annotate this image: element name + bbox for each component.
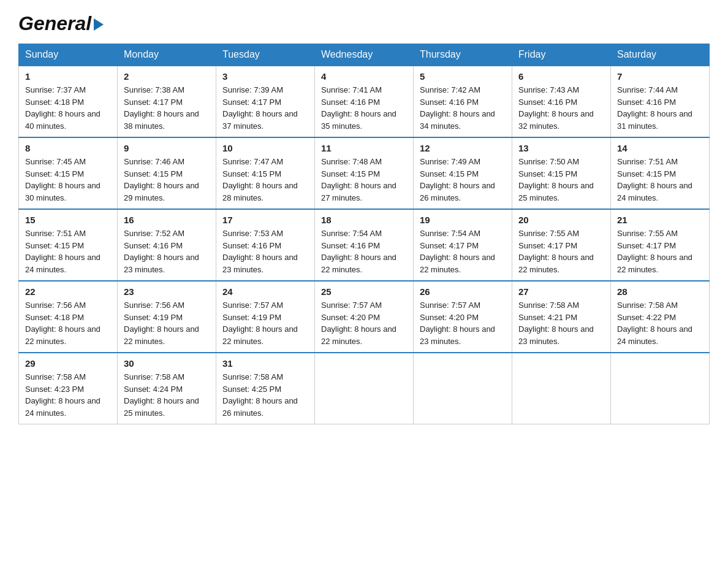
day-info: Sunrise: 7:57 AMSunset: 4:19 PMDaylight:… bbox=[222, 299, 308, 347]
calendar-week-row: 15 Sunrise: 7:51 AMSunset: 4:15 PMDaylig… bbox=[19, 209, 710, 281]
calendar-day-cell: 21 Sunrise: 7:55 AMSunset: 4:17 PMDaylig… bbox=[611, 209, 710, 281]
weekday-header-wednesday: Wednesday bbox=[315, 44, 414, 66]
calendar-day-cell: 28 Sunrise: 7:58 AMSunset: 4:22 PMDaylig… bbox=[611, 281, 710, 353]
calendar-day-cell: 12 Sunrise: 7:49 AMSunset: 4:15 PMDaylig… bbox=[414, 137, 512, 209]
day-number: 18 bbox=[321, 215, 407, 225]
day-number: 17 bbox=[222, 215, 308, 225]
empty-cell bbox=[315, 353, 414, 424]
calendar-day-cell: 11 Sunrise: 7:48 AMSunset: 4:15 PMDaylig… bbox=[315, 137, 414, 209]
day-info: Sunrise: 7:56 AMSunset: 4:19 PMDaylight:… bbox=[124, 299, 210, 347]
day-number: 30 bbox=[124, 358, 210, 369]
day-info: Sunrise: 7:46 AMSunset: 4:15 PMDaylight:… bbox=[124, 156, 210, 204]
day-number: 31 bbox=[222, 358, 308, 369]
day-info: Sunrise: 7:39 AMSunset: 4:17 PMDaylight:… bbox=[222, 84, 308, 132]
calendar-day-cell: 1 Sunrise: 7:37 AMSunset: 4:18 PMDayligh… bbox=[19, 66, 118, 137]
day-number: 20 bbox=[518, 215, 604, 225]
day-number: 26 bbox=[420, 286, 506, 297]
calendar-week-row: 8 Sunrise: 7:45 AMSunset: 4:15 PMDayligh… bbox=[19, 137, 710, 209]
day-info: Sunrise: 7:55 AMSunset: 4:17 PMDaylight:… bbox=[617, 228, 703, 275]
calendar-day-cell: 15 Sunrise: 7:51 AMSunset: 4:15 PMDaylig… bbox=[19, 209, 118, 281]
day-number: 14 bbox=[617, 143, 703, 153]
day-info: Sunrise: 7:50 AMSunset: 4:15 PMDaylight:… bbox=[518, 156, 604, 204]
day-number: 15 bbox=[25, 215, 111, 225]
day-number: 28 bbox=[617, 286, 703, 297]
weekday-header-monday: Monday bbox=[118, 44, 216, 66]
logo-general: General bbox=[18, 12, 91, 35]
day-info: Sunrise: 7:58 AMSunset: 4:25 PMDaylight:… bbox=[222, 371, 308, 419]
calendar-day-cell: 14 Sunrise: 7:51 AMSunset: 4:15 PMDaylig… bbox=[611, 137, 710, 209]
day-number: 16 bbox=[124, 215, 210, 225]
weekday-header-tuesday: Tuesday bbox=[216, 44, 315, 66]
day-info: Sunrise: 7:37 AMSunset: 4:18 PMDaylight:… bbox=[25, 84, 111, 132]
day-number: 9 bbox=[124, 143, 210, 153]
calendar-day-cell: 17 Sunrise: 7:53 AMSunset: 4:16 PMDaylig… bbox=[216, 209, 315, 281]
day-number: 11 bbox=[321, 143, 407, 153]
day-info: Sunrise: 7:57 AMSunset: 4:20 PMDaylight:… bbox=[420, 299, 506, 347]
day-info: Sunrise: 7:44 AMSunset: 4:16 PMDaylight:… bbox=[617, 84, 703, 132]
day-number: 6 bbox=[518, 71, 604, 82]
calendar-day-cell: 26 Sunrise: 7:57 AMSunset: 4:20 PMDaylig… bbox=[414, 281, 512, 353]
day-info: Sunrise: 7:49 AMSunset: 4:15 PMDaylight:… bbox=[420, 156, 506, 204]
calendar-day-cell: 10 Sunrise: 7:47 AMSunset: 4:15 PMDaylig… bbox=[216, 137, 315, 209]
day-number: 4 bbox=[321, 71, 407, 82]
day-info: Sunrise: 7:51 AMSunset: 4:15 PMDaylight:… bbox=[617, 156, 703, 204]
logo-arrow-icon bbox=[94, 18, 104, 31]
empty-cell bbox=[512, 353, 611, 424]
calendar-week-row: 29 Sunrise: 7:58 AMSunset: 4:23 PMDaylig… bbox=[19, 353, 710, 424]
calendar-day-cell: 9 Sunrise: 7:46 AMSunset: 4:15 PMDayligh… bbox=[118, 137, 216, 209]
day-number: 1 bbox=[25, 71, 111, 82]
calendar-day-cell: 19 Sunrise: 7:54 AMSunset: 4:17 PMDaylig… bbox=[414, 209, 512, 281]
day-info: Sunrise: 7:58 AMSunset: 4:22 PMDaylight:… bbox=[617, 299, 703, 347]
logo: General bbox=[18, 12, 104, 33]
day-info: Sunrise: 7:43 AMSunset: 4:16 PMDaylight:… bbox=[518, 84, 604, 132]
calendar-week-row: 1 Sunrise: 7:37 AMSunset: 4:18 PMDayligh… bbox=[19, 66, 710, 137]
weekday-header-saturday: Saturday bbox=[611, 44, 710, 66]
day-number: 5 bbox=[420, 71, 506, 82]
calendar-day-cell: 18 Sunrise: 7:54 AMSunset: 4:16 PMDaylig… bbox=[315, 209, 414, 281]
calendar-day-cell: 3 Sunrise: 7:39 AMSunset: 4:17 PMDayligh… bbox=[216, 66, 315, 137]
day-info: Sunrise: 7:56 AMSunset: 4:18 PMDaylight:… bbox=[25, 299, 111, 347]
day-number: 25 bbox=[321, 286, 407, 297]
calendar-day-cell: 24 Sunrise: 7:57 AMSunset: 4:19 PMDaylig… bbox=[216, 281, 315, 353]
day-info: Sunrise: 7:45 AMSunset: 4:15 PMDaylight:… bbox=[25, 156, 111, 204]
calendar-day-cell: 29 Sunrise: 7:58 AMSunset: 4:23 PMDaylig… bbox=[19, 353, 118, 424]
day-number: 2 bbox=[124, 71, 210, 82]
day-info: Sunrise: 7:58 AMSunset: 4:24 PMDaylight:… bbox=[124, 371, 210, 419]
day-number: 29 bbox=[25, 358, 111, 369]
day-info: Sunrise: 7:58 AMSunset: 4:23 PMDaylight:… bbox=[25, 371, 111, 419]
day-number: 21 bbox=[617, 215, 703, 225]
weekday-header-row: SundayMondayTuesdayWednesdayThursdayFrid… bbox=[19, 44, 710, 66]
day-info: Sunrise: 7:47 AMSunset: 4:15 PMDaylight:… bbox=[222, 156, 308, 204]
day-info: Sunrise: 7:57 AMSunset: 4:20 PMDaylight:… bbox=[321, 299, 407, 347]
calendar-day-cell: 22 Sunrise: 7:56 AMSunset: 4:18 PMDaylig… bbox=[19, 281, 118, 353]
day-number: 3 bbox=[222, 71, 308, 82]
day-number: 10 bbox=[222, 143, 308, 153]
empty-cell bbox=[611, 353, 710, 424]
day-number: 13 bbox=[518, 143, 604, 153]
calendar-day-cell: 2 Sunrise: 7:38 AMSunset: 4:17 PMDayligh… bbox=[118, 66, 216, 137]
day-info: Sunrise: 7:38 AMSunset: 4:17 PMDaylight:… bbox=[124, 84, 210, 132]
day-info: Sunrise: 7:53 AMSunset: 4:16 PMDaylight:… bbox=[222, 228, 308, 275]
day-info: Sunrise: 7:42 AMSunset: 4:16 PMDaylight:… bbox=[420, 84, 506, 132]
calendar-day-cell: 30 Sunrise: 7:58 AMSunset: 4:24 PMDaylig… bbox=[118, 353, 216, 424]
calendar-day-cell: 16 Sunrise: 7:52 AMSunset: 4:16 PMDaylig… bbox=[118, 209, 216, 281]
day-number: 22 bbox=[25, 286, 111, 297]
day-info: Sunrise: 7:58 AMSunset: 4:21 PMDaylight:… bbox=[518, 299, 604, 347]
day-number: 8 bbox=[25, 143, 111, 153]
day-info: Sunrise: 7:52 AMSunset: 4:16 PMDaylight:… bbox=[124, 228, 210, 275]
calendar-day-cell: 7 Sunrise: 7:44 AMSunset: 4:16 PMDayligh… bbox=[611, 66, 710, 137]
calendar-day-cell: 5 Sunrise: 7:42 AMSunset: 4:16 PMDayligh… bbox=[414, 66, 512, 137]
day-number: 27 bbox=[518, 286, 604, 297]
day-number: 19 bbox=[420, 215, 506, 225]
day-number: 7 bbox=[617, 71, 703, 82]
day-number: 23 bbox=[124, 286, 210, 297]
weekday-header-sunday: Sunday bbox=[19, 44, 118, 66]
day-number: 12 bbox=[420, 143, 506, 153]
day-info: Sunrise: 7:41 AMSunset: 4:16 PMDaylight:… bbox=[321, 84, 407, 132]
weekday-header-friday: Friday bbox=[512, 44, 611, 66]
calendar-day-cell: 6 Sunrise: 7:43 AMSunset: 4:16 PMDayligh… bbox=[512, 66, 611, 137]
day-info: Sunrise: 7:55 AMSunset: 4:17 PMDaylight:… bbox=[518, 228, 604, 275]
empty-cell bbox=[414, 353, 512, 424]
calendar-day-cell: 31 Sunrise: 7:58 AMSunset: 4:25 PMDaylig… bbox=[216, 353, 315, 424]
day-info: Sunrise: 7:51 AMSunset: 4:15 PMDaylight:… bbox=[25, 228, 111, 275]
